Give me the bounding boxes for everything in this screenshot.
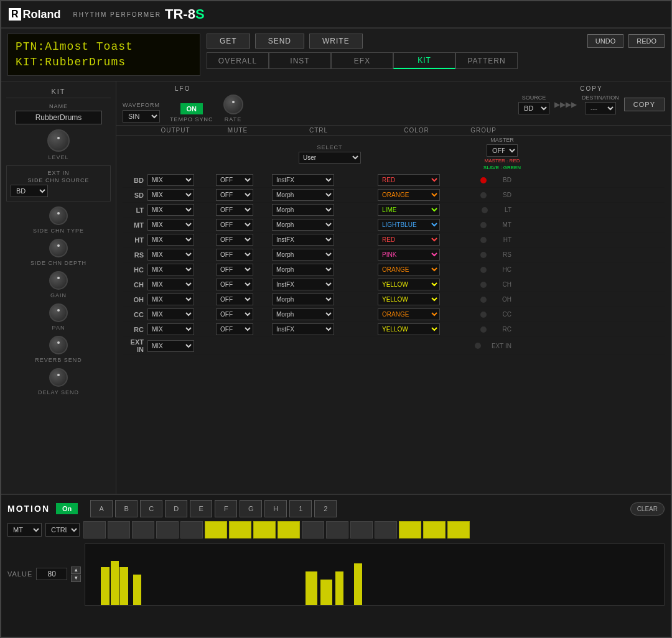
ctrl-select-dropdown[interactable]: User [299,152,361,164]
motion-letter-btn[interactable]: F [215,500,237,517]
mute-dropdown[interactable]: OFF [216,204,253,216]
output-dropdown[interactable]: MIX [147,323,194,335]
ctrl-dropdown[interactable]: Morph [272,249,334,261]
ctrl-dropdown[interactable]: InstFX [272,234,334,246]
step-btn[interactable] [278,521,300,539]
motion-letter-btn[interactable]: E [190,500,212,517]
step-btn[interactable] [205,521,227,539]
color-dropdown[interactable]: PINK [378,249,440,261]
color-dropdown[interactable]: LIME [378,204,440,216]
output-dropdown[interactable]: MIX [147,249,194,261]
waveform-dropdown[interactable]: SIN [123,110,160,123]
output-dropdown[interactable]: MIX [147,279,194,290]
color-dropdown[interactable]: ORANGE [378,189,440,201]
tab-kit[interactable]: KIT [393,52,455,69]
value-up-button[interactable]: ▲ [71,566,81,574]
output-dropdown[interactable]: MIX [147,294,194,305]
output-dropdown[interactable]: MIX [147,189,194,201]
get-button[interactable]: GET [207,34,250,49]
motion-letter-btn[interactable]: 2 [314,500,337,517]
color-dropdown[interactable]: LIGHTBLUE [378,219,440,231]
step-btn[interactable] [253,521,276,539]
redo-button[interactable]: REDO [628,34,665,48]
step-btn[interactable] [399,521,421,539]
side-chn-depth-knob[interactable] [49,239,68,257]
mute-dropdown[interactable]: OFF [216,189,253,201]
step-btn[interactable] [132,521,154,539]
color-dropdown[interactable]: YELLOW [378,323,440,335]
group-master-dropdown[interactable]: OFF [487,144,518,157]
motion-letter-btn[interactable]: D [165,500,187,517]
value-input[interactable] [36,568,67,580]
output-dropdown[interactable]: MIX [147,219,194,231]
step-btn[interactable] [83,521,106,539]
step-btn[interactable] [447,521,470,539]
ctrl-dropdown[interactable]: Morph [272,264,334,275]
delay-send-knob[interactable] [49,368,68,387]
tab-inst[interactable]: INST [269,52,331,69]
color-dropdown[interactable]: ORANGE [378,308,440,320]
copy-button[interactable]: COPY [624,98,665,111]
step-btn[interactable] [229,521,251,539]
step-btn[interactable] [180,521,203,539]
step-btn[interactable] [108,521,130,539]
ctrl-dropdown[interactable]: InstFX [272,279,334,290]
side-chn-source-dropdown[interactable]: BD [11,185,48,197]
color-dropdown[interactable]: YELLOW [378,279,440,290]
motion-inst-dropdown[interactable]: MT [7,523,42,537]
output-dropdown[interactable]: MIX [147,174,194,186]
step-btn[interactable] [375,521,397,539]
output-dropdown[interactable]: MIX [147,204,194,216]
mute-dropdown[interactable]: OFF [216,174,253,186]
ctrl-dropdown[interactable]: InstFX [272,174,334,186]
write-button[interactable]: WRITE [309,34,363,49]
ctrl-dropdown[interactable]: Morph [272,189,334,201]
output-dropdown[interactable]: MIX [147,264,194,275]
motion-on-button[interactable]: On [56,503,78,514]
color-dropdown[interactable]: YELLOW [378,294,440,305]
tab-efx[interactable]: EFX [331,52,393,69]
motion-letter-btn[interactable]: B [115,500,138,517]
output-dropdown[interactable]: MIX [147,340,194,352]
kit-name-input[interactable] [15,111,102,124]
mute-dropdown[interactable]: OFF [216,279,253,290]
level-knob[interactable] [47,129,70,152]
mute-dropdown[interactable]: OFF [216,294,253,305]
ctrl-dropdown[interactable]: InstFX [272,323,334,335]
color-dropdown[interactable]: RED [378,174,440,186]
mute-dropdown[interactable]: OFF [216,234,253,246]
motion-letter-btn[interactable]: 1 [289,500,312,517]
ctrl-dropdown[interactable]: Morph [272,219,334,231]
clear-button[interactable]: CLEAR [630,502,665,515]
side-chn-type-knob[interactable] [49,206,68,225]
destination-dropdown[interactable]: --- [585,102,616,114]
tempo-sync-on-btn[interactable]: ON [180,103,203,114]
tab-overall[interactable]: OVERALL [207,52,269,69]
motion-letter-btn[interactable]: C [140,500,162,517]
motion-letter-btn[interactable]: H [264,500,287,517]
output-dropdown[interactable]: MIX [147,308,194,320]
value-down-button[interactable]: ▼ [71,575,81,582]
motion-ctrl-dropdown[interactable]: CTRL [45,523,80,537]
ctrl-dropdown[interactable]: Morph [272,204,334,216]
color-dropdown[interactable]: ORANGE [378,264,440,275]
send-button[interactable]: SEND [255,34,304,49]
step-btn[interactable] [326,521,348,539]
source-dropdown[interactable]: BD [518,102,549,114]
mute-dropdown[interactable]: OFF [216,219,253,231]
rate-knob[interactable] [223,95,243,114]
mute-dropdown[interactable]: OFF [216,249,253,261]
step-btn[interactable] [302,521,324,539]
tab-pattern[interactable]: PATTERN [455,52,518,69]
step-btn[interactable] [156,521,179,539]
mute-dropdown[interactable]: OFF [216,308,253,320]
undo-button[interactable]: UNDO [587,34,623,48]
step-btn[interactable] [423,521,446,539]
mute-dropdown[interactable]: OFF [216,264,253,275]
reverb-send-knob[interactable] [49,336,68,354]
motion-letter-btn[interactable]: A [90,500,113,517]
color-dropdown[interactable]: RED [378,234,440,246]
ctrl-dropdown[interactable]: Morph [272,294,334,305]
mute-dropdown[interactable]: OFF [216,323,253,335]
motion-letter-btn[interactable]: G [240,500,262,517]
